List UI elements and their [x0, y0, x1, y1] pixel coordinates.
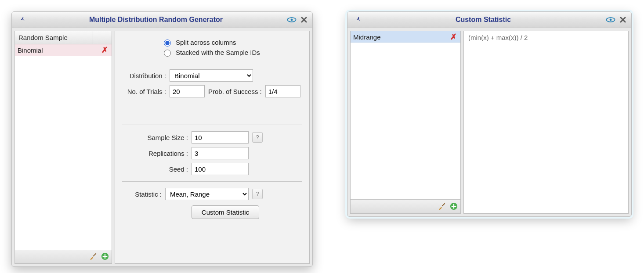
divider — [122, 63, 302, 63]
radio-stacked-label: Stacked with the Sample IDs — [176, 49, 260, 56]
sample-size-input[interactable] — [192, 131, 249, 144]
label-seed: Seed : — [122, 165, 188, 173]
random-generator-dialog: Multiple Distribution Random Generator R… — [11, 11, 313, 267]
eye-icon[interactable] — [287, 15, 297, 25]
radio-split[interactable] — [164, 40, 171, 47]
custom-statistic-dialog: Custom Statistic Midrange ✗ — [347, 11, 632, 217]
divider — [122, 125, 302, 125]
help-icon[interactable]: ? — [252, 189, 263, 199]
label-sample-size: Sample Size : — [122, 134, 188, 141]
trials-input[interactable] — [170, 85, 205, 97]
statistic-list: Midrange ✗ — [351, 31, 460, 200]
label-trials: No. of Trials : — [122, 88, 166, 95]
label-prob: Prob. of Success : — [208, 88, 262, 95]
add-icon[interactable] — [101, 252, 109, 262]
dialog-title: Multiple Distribution Random Generator — [28, 16, 284, 24]
list-header: Random Sample — [15, 31, 112, 44]
sample-list-panel: Random Sample Binomial ✗ — [14, 31, 112, 264]
list-item-label: Midrange — [353, 33, 449, 41]
broom-icon[interactable] — [89, 252, 98, 262]
pin-icon[interactable] — [354, 15, 363, 25]
list-item-label: Binomial — [18, 47, 100, 54]
delete-row-icon[interactable]: ✗ — [100, 46, 109, 54]
add-icon[interactable] — [450, 202, 458, 212]
divider — [122, 181, 302, 182]
label-statistic: Statistic : — [122, 190, 162, 198]
prob-input[interactable] — [265, 85, 300, 97]
custom-statistic-button[interactable]: Custom Statistic — [192, 205, 259, 219]
label-distribution: Distribution : — [122, 72, 166, 79]
svg-point-1 — [291, 19, 293, 21]
broom-icon[interactable] — [438, 202, 446, 212]
list-footer — [351, 200, 460, 213]
help-icon[interactable]: ? — [252, 132, 263, 143]
list-header-label: Random Sample — [15, 31, 93, 44]
list-footer — [15, 250, 112, 263]
titlebar: Custom Statistic — [347, 12, 631, 28]
radio-stacked[interactable] — [164, 50, 171, 57]
delete-row-icon[interactable]: ✗ — [449, 33, 458, 41]
label-replications: Replications : — [122, 150, 188, 157]
expression-panel[interactable]: (min(x) + max(x)) / 2 — [463, 31, 629, 214]
sample-list: Binomial ✗ — [15, 44, 112, 250]
seed-input[interactable] — [192, 163, 249, 175]
dialog-title: Custom Statistic — [363, 16, 603, 24]
list-item[interactable]: Midrange ✗ — [351, 31, 460, 43]
titlebar: Multiple Distribution Random Generator — [12, 12, 312, 28]
options-panel: Split across columns Stacked with the Sa… — [115, 31, 310, 264]
close-icon[interactable] — [618, 15, 628, 25]
distribution-select[interactable]: Binomial — [170, 69, 253, 82]
statistic-select[interactable]: Mean, Range — [165, 188, 249, 200]
pin-icon[interactable] — [18, 15, 28, 25]
statistic-list-panel: Midrange ✗ — [350, 31, 461, 214]
close-icon[interactable] — [299, 15, 309, 25]
radio-split-label: Split across columns — [176, 39, 236, 46]
list-item[interactable]: Binomial ✗ — [15, 44, 112, 56]
eye-icon[interactable] — [606, 15, 615, 25]
list-header-spacer — [93, 31, 112, 44]
replications-input[interactable] — [192, 147, 249, 159]
svg-point-4 — [610, 19, 612, 21]
